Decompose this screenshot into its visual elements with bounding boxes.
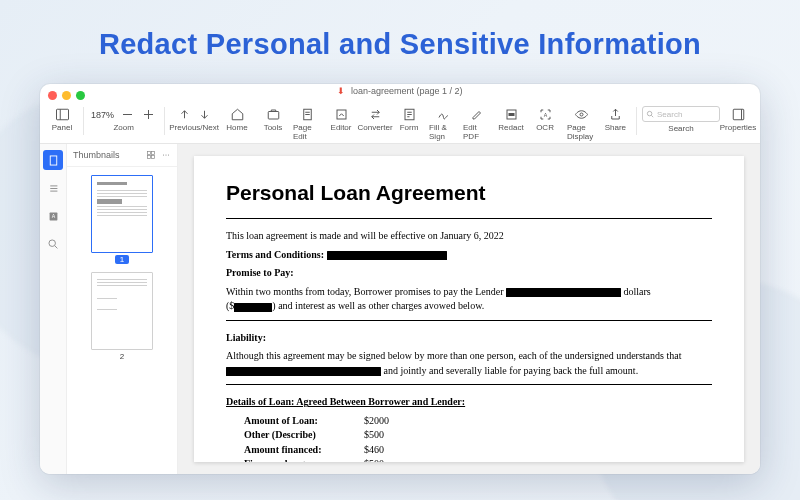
plus-icon (141, 106, 157, 122)
zoom-in-button[interactable] (139, 105, 159, 123)
thumbnails-grid-icon[interactable] (146, 150, 156, 160)
pdf-page: Personal Loan Agreement This loan agreem… (194, 156, 744, 462)
svg-text:A: A (51, 213, 55, 219)
edit-pdf-button[interactable]: Edit PDF (461, 105, 493, 142)
svg-rect-31 (152, 152, 155, 155)
ocr-button[interactable]: A OCR (529, 105, 561, 133)
tools-button[interactable]: Tools (257, 105, 289, 133)
eye-icon (573, 106, 589, 122)
terms-label: Terms and Conditions: (226, 249, 324, 260)
details-heading: Details of Loan: Agreed Between Borrower… (226, 395, 712, 410)
arrow-down-icon (196, 106, 212, 122)
share-button[interactable]: Share (599, 105, 631, 133)
properties-icon (730, 106, 746, 122)
svg-rect-5 (268, 111, 279, 119)
home-button[interactable]: Home (221, 105, 253, 133)
pdf-file-icon: ⬇ (337, 86, 345, 96)
redaction-mark (327, 251, 447, 260)
redaction-mark (506, 288, 621, 297)
titlebar: ⬇ loan-agreement (page 1 / 2) (40, 84, 760, 103)
redaction-mark (226, 367, 381, 376)
thumbnail-page-2[interactable]: 2 (91, 272, 153, 361)
zoom-group: 187% Zoom (89, 105, 159, 132)
arrow-up-icon (176, 106, 192, 122)
fill-sign-button[interactable]: Fill & Sign (427, 105, 459, 142)
svg-line-29 (54, 245, 57, 248)
search-input[interactable]: Search (642, 106, 720, 122)
ocr-icon: A (537, 106, 553, 122)
promise-paragraph: Within two months from today, Borrower p… (226, 285, 712, 314)
prev-page-button[interactable] (174, 105, 194, 123)
home-icon (229, 106, 245, 122)
toolbar: Panel 187% Zoom Previous/Next (40, 103, 760, 144)
doc-intro: This loan agreement is made and will be … (226, 229, 712, 244)
form-icon (401, 106, 417, 122)
rail-thumbnails-tab[interactable] (43, 150, 63, 170)
signature-icon (435, 106, 451, 122)
liability-paragraph: Although this agreement may be signed be… (226, 349, 712, 378)
svg-rect-0 (56, 109, 68, 120)
share-icon (607, 106, 623, 122)
editor-icon (333, 106, 349, 122)
svg-point-28 (48, 239, 55, 246)
editor-button[interactable]: Editor (325, 105, 357, 133)
thumbnails-title: Thumbnails (73, 150, 120, 160)
liability-heading: Liability: (226, 331, 712, 346)
app-window: ⬇ loan-agreement (page 1 / 2) Panel 187%… (40, 84, 760, 474)
window-title: ⬇ loan-agreement (page 1 / 2) (40, 86, 760, 96)
page-edit-icon (299, 106, 315, 122)
svg-point-34 (163, 154, 164, 155)
briefcase-icon (265, 106, 281, 122)
properties-button[interactable]: Properties (722, 105, 754, 133)
svg-rect-22 (50, 155, 57, 164)
rail-search-tab[interactable] (43, 234, 63, 254)
list-icon (47, 182, 60, 195)
search-icon (47, 238, 60, 251)
thumbnails-panel: Thumbnails 1 (67, 144, 178, 474)
promise-heading: Promise to Pay: (226, 266, 712, 281)
svg-rect-32 (148, 156, 151, 159)
converter-icon (367, 106, 383, 122)
panel-icon (54, 106, 70, 122)
svg-point-36 (168, 154, 169, 155)
form-button[interactable]: Form (393, 105, 425, 133)
thumbnails-more-icon[interactable] (161, 150, 171, 160)
thumbnails-icon (47, 154, 60, 167)
svg-point-35 (165, 154, 166, 155)
svg-point-17 (580, 113, 583, 116)
page-display-button[interactable]: Page Display (565, 105, 597, 142)
svg-text:A: A (543, 111, 547, 117)
search-icon (646, 110, 655, 119)
zoom-out-button[interactable] (118, 105, 138, 123)
minus-icon (120, 106, 136, 122)
panel-toggle-button[interactable]: Panel (46, 105, 78, 133)
page-edit-button[interactable]: Page Edit (291, 105, 323, 142)
document-viewport[interactable]: Personal Loan Agreement This loan agreem… (178, 144, 760, 474)
loan-details: Amount of Loan:$2000 Other (Describe)$50… (226, 414, 712, 462)
rail-annotations-tab[interactable]: A (43, 206, 63, 226)
search-group: Search Search (642, 105, 720, 133)
svg-point-18 (647, 111, 652, 116)
zoom-value[interactable]: 187% (89, 108, 117, 120)
annotations-icon: A (47, 210, 60, 223)
marketing-headline: Redact Personal and Sensitive Informatio… (0, 28, 800, 61)
pencil-icon (469, 106, 485, 122)
svg-rect-33 (152, 156, 155, 159)
doc-title: Personal Loan Agreement (226, 178, 712, 208)
svg-line-19 (651, 115, 653, 117)
svg-rect-15 (508, 113, 514, 116)
rail-outline-tab[interactable] (43, 178, 63, 198)
next-page-button[interactable] (194, 105, 214, 123)
redact-icon (503, 106, 519, 122)
redaction-mark (234, 303, 272, 312)
thumbnail-page-1[interactable]: 1 (91, 175, 153, 264)
redact-button[interactable]: Redact (495, 105, 527, 133)
svg-rect-20 (733, 109, 744, 120)
svg-rect-30 (148, 152, 151, 155)
converter-button[interactable]: Converter (359, 105, 391, 133)
left-rail: A (40, 144, 67, 474)
svg-rect-9 (337, 110, 346, 119)
